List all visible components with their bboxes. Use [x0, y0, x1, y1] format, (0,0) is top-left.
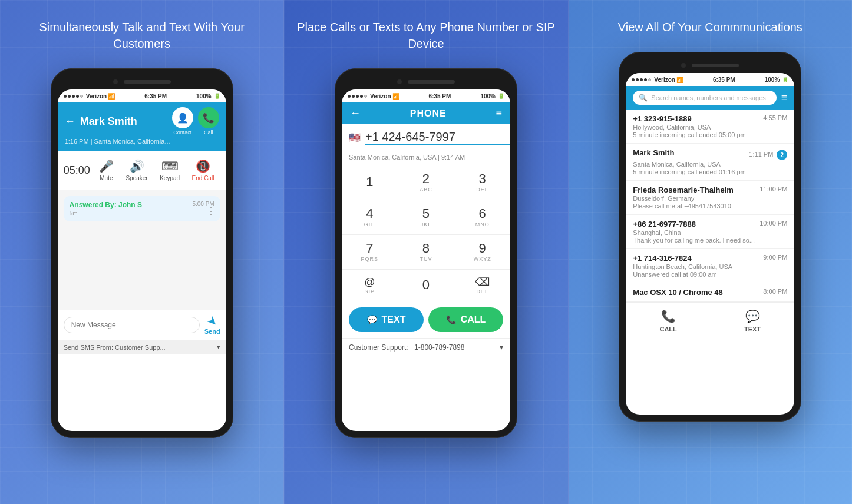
key-7[interactable]: 7 PQRS: [342, 235, 398, 269]
send-icon: ➤: [204, 314, 220, 329]
send-button[interactable]: ➤ Send: [204, 315, 220, 335]
contact-btn[interactable]: 👤 Contact: [172, 107, 193, 135]
phone-frame-left: Verizon 📶 6:35 PM 100% 🔋 ← Mark Smith 👤: [51, 68, 233, 438]
speaker-label: Speaker: [126, 175, 147, 181]
panel-left: Simultaneously Talk and Text With Your C…: [0, 0, 283, 504]
sms-from-bar[interactable]: Send SMS From: Customer Supp... ▾: [58, 340, 226, 354]
phone-frame-center: Verizon 📶 6:35 PM 100% 🔋 ← PHONE ≡ 🇺🇸: [335, 68, 517, 438]
speaker-left: [124, 80, 171, 84]
key-4[interactable]: 4 GHI: [342, 200, 398, 234]
speaker-center: [408, 80, 455, 84]
phone-screen-left: Verizon 📶 6:35 PM 100% 🔋 ← Mark Smith 👤: [58, 89, 226, 431]
msg-sender: Answered By: John S: [70, 201, 142, 209]
time-center: 6:35 PM: [429, 93, 451, 100]
mute-icon: 🎤: [99, 159, 114, 173]
keypad-label: Keypad: [160, 175, 180, 181]
new-message-input[interactable]: [64, 317, 200, 333]
phone-screen-center: Verizon 📶 6:35 PM 100% 🔋 ← PHONE ≡ 🇺🇸: [342, 89, 510, 431]
list-item[interactable]: +86 21-6977-7888 10:00 PM Shanghai, Chin…: [626, 215, 794, 249]
key-0[interactable]: 0: [398, 270, 454, 301]
key-5[interactable]: 5 JKL: [398, 200, 454, 234]
search-header: 🔍 Search names, numbers and messages ≡: [626, 86, 794, 110]
mute-label: Mute: [100, 175, 113, 181]
key-del[interactable]: ⌫ DEL: [454, 270, 510, 301]
list-item[interactable]: Mac OSX 10 / Chrome 48 8:00 PM: [626, 283, 794, 302]
list-item[interactable]: +1 323-915-1889 4:55 PM Hollywood, Calif…: [626, 110, 794, 144]
support-number[interactable]: Customer Support: +1-800-789-7898 ▾: [342, 338, 510, 356]
support-label: Customer Support: +1-800-789-7898: [349, 343, 464, 352]
time-left: 6:35 PM: [144, 93, 167, 100]
text-button[interactable]: 💬 TEXT: [349, 307, 424, 332]
time-right: 6:35 PM: [713, 77, 735, 83]
list-menu-icon[interactable]: ≡: [781, 92, 788, 104]
bottom-text-action[interactable]: 💬 TEXT: [744, 309, 761, 333]
end-call-icon: 📵: [196, 159, 210, 173]
search-box[interactable]: 🔍 Search names, numbers and messages: [633, 91, 776, 105]
call-btn-icon: 📞: [446, 315, 456, 324]
key-8[interactable]: 8 TUV: [398, 235, 454, 269]
panel-center-title: Place Calls or Texts to Any Phone Number…: [284, 19, 567, 52]
back-arrow[interactable]: ←: [65, 115, 75, 128]
list-item[interactable]: +1 714-316-7824 9:00 PM Huntington Beach…: [626, 249, 794, 283]
message-bubble: Answered By: John S 5:00 PM 5m ⋮: [64, 196, 220, 221]
phone-notch-left: [58, 75, 226, 88]
key-1[interactable]: 1: [342, 165, 398, 200]
phone-frame-right: Verizon 📶 6:35 PM 100% 🔋 🔍 Search names,…: [619, 52, 801, 422]
battery-icon-left: 🔋: [214, 93, 220, 99]
battery-center: 100%: [480, 93, 496, 100]
text-btn-label: TEXT: [382, 314, 406, 325]
msg-menu[interactable]: ⋮: [206, 205, 216, 217]
msg-duration: 5m: [70, 210, 214, 217]
end-call-btn[interactable]: 📵 End Call: [192, 159, 214, 181]
dialer-back[interactable]: ←: [350, 107, 361, 120]
key-9[interactable]: 9 WXYZ: [454, 235, 510, 269]
keypad: 1 2 ABC 3 DEF 4 GHI 5 JKL: [342, 165, 510, 301]
call-button[interactable]: 📞 CALL: [428, 307, 503, 332]
support-chevron: ▾: [500, 343, 503, 352]
keypad-icon: ⌨: [161, 159, 179, 173]
sms-from-label: Send SMS From: Customer Supp...: [64, 344, 166, 351]
key-3[interactable]: 3 DEF: [454, 165, 510, 200]
carrier-center: Verizon: [370, 93, 391, 100]
battery-right: 100%: [765, 77, 780, 83]
bottom-actions: 📞 CALL 💬 TEXT: [626, 302, 794, 339]
bottom-text-label: TEXT: [744, 326, 761, 333]
text-btn-icon: 💬: [367, 315, 377, 324]
panel-center: Place Calls or Texts to Any Phone Number…: [283, 0, 568, 504]
camera-left: [113, 79, 118, 84]
key-6[interactable]: 6 MNO: [454, 200, 510, 234]
key-at[interactable]: @ SIP: [342, 270, 398, 301]
key-2[interactable]: 2 ABC: [398, 165, 454, 200]
list-item[interactable]: Frieda Rosemarie-Thalheim 11:00 PM Dusse…: [626, 181, 794, 215]
bottom-text-icon: 💬: [745, 309, 760, 323]
camera-right: [681, 63, 686, 68]
call-timer: 05:00: [64, 164, 93, 177]
battery-left: 100%: [196, 93, 212, 100]
number-input[interactable]: [365, 130, 510, 145]
panel-right: View All Of Your Commmunications Verizon: [569, 0, 852, 504]
speaker-btn[interactable]: 🔊 Speaker: [126, 159, 147, 181]
mute-btn[interactable]: 🎤 Mute: [99, 159, 114, 181]
phone-notch-center: [342, 75, 510, 88]
list-item[interactable]: Mark Smith 1:11 PM 2 Santa Monica, Calif…: [626, 144, 794, 181]
phone-notch-right: [626, 59, 794, 72]
sms-from-chevron: ▾: [217, 343, 220, 351]
unread-badge: 2: [777, 150, 787, 160]
dialer-menu[interactable]: ≡: [496, 107, 502, 120]
flag-icon: 🇺🇸: [349, 132, 361, 143]
speaker-icon: 🔊: [130, 159, 144, 173]
bottom-call-icon: 📞: [661, 309, 676, 323]
status-bar-right: Verizon 📶 6:35 PM 100% 🔋: [626, 73, 794, 86]
status-bar-center: Verizon 📶 6:35 PM 100% 🔋: [342, 89, 510, 102]
call-btn-header[interactable]: 📞 Call: [198, 107, 219, 135]
call-btn-label: CALL: [461, 314, 486, 325]
dialer-header: ← PHONE ≡: [342, 102, 510, 124]
panel-left-title: Simultaneously Talk and Text With Your C…: [0, 19, 283, 52]
keypad-btn[interactable]: ⌨ Keypad: [160, 159, 180, 181]
call-controls: 05:00 🎤 Mute 🔊 Speaker ⌨ Keypad: [58, 151, 226, 190]
contact-label: Contact: [173, 130, 191, 135]
sms-input-area: ➤ Send: [58, 310, 226, 340]
search-icon: 🔍: [639, 94, 648, 102]
call-actions: 💬 TEXT 📞 CALL: [342, 301, 510, 338]
bottom-call-action[interactable]: 📞 CALL: [659, 309, 676, 333]
